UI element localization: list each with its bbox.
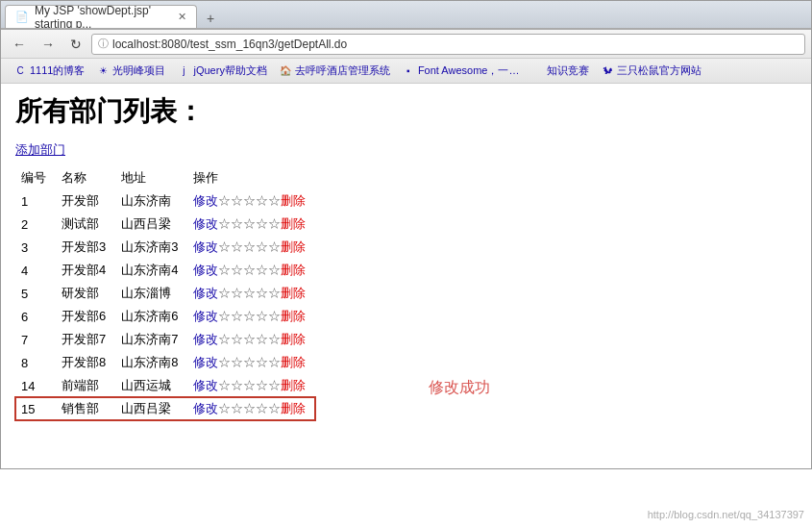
cell-addr: 山西运城: [115, 374, 187, 397]
cell-addr: 山西吕梁: [115, 397, 187, 420]
cell-addr: 山东济南8: [115, 351, 187, 374]
cell-operation: 修改☆☆☆☆☆删除: [187, 236, 315, 259]
address-bar[interactable]: localhost:8080/test_ssm_16qn3/getDeptAll…: [112, 38, 799, 51]
cell-addr: 山东济南6: [115, 305, 187, 328]
delete-link[interactable]: 删除: [281, 193, 306, 208]
back-button[interactable]: ←: [7, 34, 32, 55]
table-row: 4开发部4山东济南4修改☆☆☆☆☆删除: [15, 259, 315, 282]
modify-link[interactable]: 修改: [193, 216, 218, 231]
stars-decoration: ☆☆☆☆☆: [218, 332, 281, 346]
cell-operation: 修改☆☆☆☆☆删除: [187, 328, 315, 351]
modify-link[interactable]: 修改: [193, 286, 218, 300]
col-header-3: 操作: [187, 166, 315, 189]
bookmark-item-5[interactable]: 知识竞赛: [526, 62, 594, 80]
nav-bar: ← → ↻ ⓘ localhost:8080/test_ssm_16qn3/ge…: [1, 30, 811, 59]
bookmark-icon-0: C: [13, 64, 27, 78]
stars-decoration: ☆☆☆☆☆: [218, 239, 281, 254]
modify-link[interactable]: 修改: [193, 355, 218, 369]
bookmark-icon-3: 🏠: [279, 64, 292, 78]
stars-decoration: ☆☆☆☆☆: [218, 378, 281, 392]
table-row: 2测试部山西吕梁修改☆☆☆☆☆删除: [15, 213, 315, 236]
bookmark-item-3[interactable]: 🏠去呼呼酒店管理系统: [274, 62, 395, 80]
stars-decoration: ☆☆☆☆☆: [218, 216, 281, 231]
address-bar-wrap: ⓘ localhost:8080/test_ssm_16qn3/getDeptA…: [91, 34, 805, 55]
table-header-row: 编号名称地址操作: [15, 166, 315, 189]
bookmark-item-2[interactable]: jjQuery帮助文档: [172, 62, 271, 80]
tab-close-button[interactable]: ✕: [178, 11, 186, 23]
bookmark-item-6[interactable]: 🐿三只松鼠官方网站: [596, 62, 706, 80]
bookmark-item-0[interactable]: C1111的博客: [9, 62, 89, 80]
cell-operation: 修改☆☆☆☆☆删除: [187, 351, 315, 374]
table-row: 8开发部8山东济南8修改☆☆☆☆☆删除: [15, 351, 315, 374]
cell-id: 14: [15, 374, 56, 397]
cell-id: 8: [15, 351, 56, 374]
cell-id: 3: [15, 236, 56, 259]
table-row: 3开发部3山东济南3修改☆☆☆☆☆删除: [15, 236, 315, 259]
bookmark-icon-5: [530, 64, 544, 78]
delete-link[interactable]: 删除: [281, 263, 306, 277]
delete-link[interactable]: 删除: [281, 286, 306, 300]
page-background: 所有部门列表： 添加部门 编号名称地址操作 1开发部山东济南修改☆☆☆☆☆删除2…: [1, 84, 811, 468]
table-row: 7开发部7山东济南7修改☆☆☆☆☆删除: [15, 328, 315, 351]
cell-id: 5: [15, 282, 56, 305]
modify-link[interactable]: 修改: [193, 263, 218, 277]
cell-operation: 修改☆☆☆☆☆删除: [187, 189, 315, 213]
stars-decoration: ☆☆☆☆☆: [218, 286, 281, 300]
modify-link[interactable]: 修改: [193, 239, 218, 254]
cell-addr: 山东济南4: [115, 259, 187, 282]
delete-link[interactable]: 删除: [281, 216, 306, 231]
bookmark-icon-1: ☀: [96, 64, 110, 78]
cell-operation: 修改☆☆☆☆☆删除: [187, 374, 315, 397]
delete-link[interactable]: 删除: [281, 355, 306, 369]
cell-id: 4: [15, 259, 56, 282]
col-header-2: 地址: [115, 166, 187, 189]
cell-name: 开发部: [56, 189, 115, 213]
lock-icon: ⓘ: [98, 37, 109, 51]
cell-name: 开发部6: [56, 305, 115, 328]
modify-link[interactable]: 修改: [193, 378, 218, 392]
cell-name: 测试部: [56, 213, 115, 236]
modify-link[interactable]: 修改: [193, 309, 218, 323]
modify-link[interactable]: 修改: [193, 401, 218, 415]
delete-link[interactable]: 删除: [281, 401, 306, 415]
cell-addr: 山东淄博: [115, 282, 187, 305]
cell-addr: 山东济南3: [115, 236, 187, 259]
cell-operation: 修改☆☆☆☆☆删除: [187, 282, 315, 305]
cell-addr: 山西吕梁: [115, 213, 187, 236]
tab-favicon: 📄: [15, 11, 29, 23]
stars-decoration: ☆☆☆☆☆: [218, 309, 281, 323]
cell-id: 15: [15, 397, 56, 420]
browser-window: 📄 My JSP 'showDept.jsp' starting p... ✕ …: [0, 0, 812, 469]
active-tab[interactable]: 📄 My JSP 'showDept.jsp' starting p... ✕: [5, 5, 197, 28]
cell-id: 1: [15, 189, 56, 213]
bookmark-item-4[interactable]: ▪Font Awesome，一…: [397, 62, 525, 80]
bookmark-icon-4: ▪: [402, 64, 415, 78]
col-header-0: 编号: [15, 166, 56, 189]
new-tab-button[interactable]: +: [201, 9, 220, 28]
bookmark-icon-6: 🐿: [601, 64, 614, 78]
cell-addr: 山东济南: [115, 189, 187, 213]
tab-bar: 📄 My JSP 'showDept.jsp' starting p... ✕ …: [1, 1, 811, 30]
delete-link[interactable]: 删除: [281, 332, 306, 346]
reload-button[interactable]: ↻: [64, 34, 87, 55]
cell-name: 开发部7: [56, 328, 115, 351]
dept-table: 编号名称地址操作 1开发部山东济南修改☆☆☆☆☆删除2测试部山西吕梁修改☆☆☆☆…: [15, 166, 315, 420]
forward-button[interactable]: →: [36, 34, 61, 55]
modify-link[interactable]: 修改: [193, 193, 218, 208]
delete-link[interactable]: 删除: [281, 378, 306, 392]
col-header-1: 名称: [56, 166, 115, 189]
cell-name: 开发部3: [56, 236, 115, 259]
delete-link[interactable]: 删除: [281, 309, 306, 323]
cell-addr: 山东济南7: [115, 328, 187, 351]
table-row: 1开发部山东济南修改☆☆☆☆☆删除: [15, 189, 315, 213]
delete-link[interactable]: 删除: [281, 239, 306, 254]
bookmark-icon-2: j: [177, 64, 190, 78]
cell-operation: 修改☆☆☆☆☆删除: [187, 305, 315, 328]
bookmark-item-1[interactable]: ☀光明峰项目: [91, 62, 170, 80]
stars-decoration: ☆☆☆☆☆: [218, 263, 281, 277]
stars-decoration: ☆☆☆☆☆: [218, 355, 281, 369]
modify-link[interactable]: 修改: [193, 332, 218, 346]
table-row: 14前端部山西运城修改☆☆☆☆☆删除: [15, 374, 315, 397]
cell-operation: 修改☆☆☆☆☆删除: [187, 397, 315, 420]
add-dept-link[interactable]: 添加部门: [15, 141, 65, 159]
